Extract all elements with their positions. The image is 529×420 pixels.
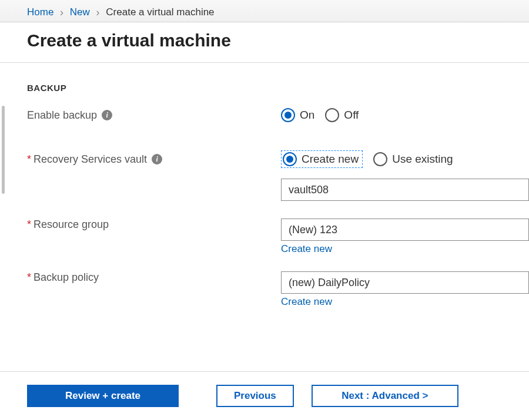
resource-group-create-new-link[interactable]: Create new bbox=[281, 243, 332, 254]
radio-off-label: Off bbox=[344, 109, 359, 122]
row-enable-backup: Enable backup i On Off bbox=[27, 108, 529, 122]
backup-policy-input[interactable] bbox=[281, 271, 529, 294]
form-content: BACKUP Enable backup i On Off *Recovery … bbox=[0, 63, 529, 321]
radio-circle-icon bbox=[325, 108, 339, 122]
radio-vault-create-new-wrap: Create new bbox=[281, 150, 363, 168]
vault-name-stack bbox=[281, 179, 529, 201]
footer-nav-group: Previous Next : Advanced > bbox=[216, 385, 458, 407]
row-resource-group: *Resource group Create new bbox=[27, 219, 529, 268]
recovery-vault-radio-group: Create new Use existing bbox=[281, 150, 529, 168]
radio-create-new-label: Create new bbox=[302, 153, 359, 166]
backup-policy-control: Create new bbox=[281, 271, 529, 321]
radio-circle-icon bbox=[373, 152, 387, 166]
page-title: Create a virtual machine bbox=[0, 22, 529, 63]
info-icon[interactable]: i bbox=[102, 110, 112, 120]
label-enable-backup-text: Enable backup bbox=[27, 109, 97, 122]
breadcrumb-home[interactable]: Home bbox=[27, 6, 53, 18]
required-star-icon: * bbox=[27, 219, 31, 230]
radio-enable-backup-on[interactable]: On bbox=[281, 108, 314, 122]
resource-group-input[interactable] bbox=[281, 219, 529, 241]
info-icon[interactable]: i bbox=[152, 154, 162, 164]
label-recovery-vault-text: Recovery Services vault bbox=[34, 153, 147, 165]
enable-backup-radio-group: On Off bbox=[281, 108, 529, 122]
next-advanced-button[interactable]: Next : Advanced > bbox=[312, 385, 458, 407]
review-create-button[interactable]: Review + create bbox=[27, 385, 179, 407]
row-recovery-vault: *Recovery Services vault i Create new Us… bbox=[27, 150, 529, 168]
label-resource-group: *Resource group bbox=[27, 219, 281, 231]
breadcrumb: Home › New › Create a virtual machine bbox=[0, 2, 529, 22]
required-star-icon: * bbox=[27, 153, 31, 165]
radio-vault-use-existing[interactable]: Use existing bbox=[373, 152, 453, 166]
label-backup-policy: *Backup policy bbox=[27, 271, 281, 284]
label-recovery-vault: *Recovery Services vault i bbox=[27, 153, 281, 166]
radio-circle-icon bbox=[281, 108, 295, 122]
label-enable-backup: Enable backup i bbox=[27, 109, 281, 122]
scrollbar-hint bbox=[2, 106, 5, 194]
radio-on-label: On bbox=[300, 109, 314, 122]
breadcrumb-current: Create a virtual machine bbox=[106, 6, 214, 18]
breadcrumb-sep-icon: › bbox=[96, 6, 100, 18]
required-star-icon: * bbox=[27, 271, 31, 283]
radio-enable-backup-off[interactable]: Off bbox=[325, 108, 359, 122]
backup-policy-create-new-link[interactable]: Create new bbox=[281, 296, 332, 307]
resource-group-control: Create new bbox=[281, 219, 529, 268]
previous-button[interactable]: Previous bbox=[216, 385, 294, 407]
label-backup-policy-text: Backup policy bbox=[34, 271, 99, 283]
breadcrumb-new[interactable]: New bbox=[70, 6, 90, 18]
radio-vault-create-new[interactable]: Create new bbox=[283, 152, 359, 166]
section-backup-heading: BACKUP bbox=[27, 83, 529, 93]
top-bar: Home › New › Create a virtual machine bbox=[0, 0, 529, 22]
radio-circle-icon bbox=[283, 152, 297, 166]
label-resource-group-text: Resource group bbox=[34, 219, 109, 230]
breadcrumb-sep-icon: › bbox=[60, 6, 63, 18]
vault-name-input[interactable] bbox=[281, 179, 529, 201]
radio-use-existing-label: Use existing bbox=[392, 153, 453, 166]
footer-actions: Review + create Previous Next : Advanced… bbox=[0, 371, 529, 420]
row-backup-policy: *Backup policy Create new bbox=[27, 271, 529, 321]
